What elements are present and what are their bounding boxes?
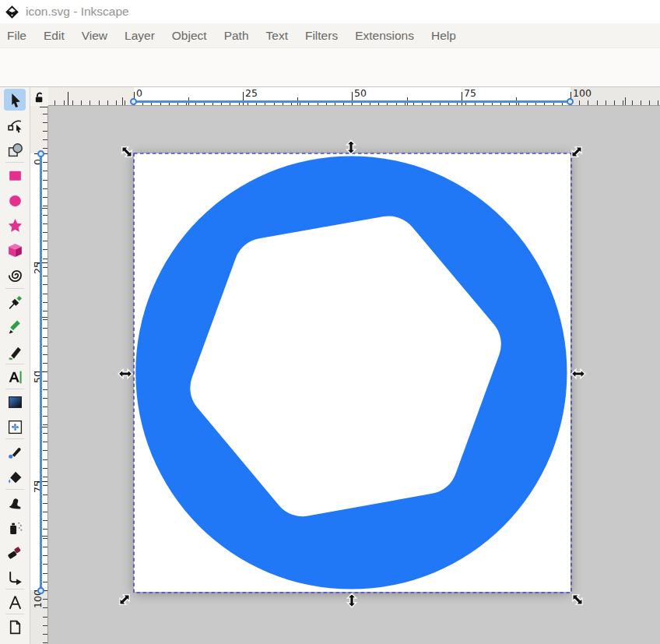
toolbox-separator	[5, 288, 24, 289]
scale-handle-bottom-left[interactable]	[114, 589, 135, 611]
text-tool-icon	[7, 369, 23, 385]
horizontal-ruler[interactable]: 0 25 50 75 100	[48, 87, 660, 106]
menu-edit[interactable]: Edit	[37, 26, 71, 46]
page-extent-indicator	[40, 153, 42, 590]
scale-handle-top-center[interactable]	[343, 139, 359, 155]
tool-tweak-button[interactable]	[4, 491, 26, 513]
tool-mesh-gradient-button[interactable]	[4, 416, 26, 438]
extent-start-handle	[130, 98, 137, 105]
menu-filters[interactable]: Filters	[299, 26, 344, 46]
tool-paint-bucket-button[interactable]	[4, 466, 26, 488]
toolbox-separator	[5, 489, 24, 490]
tool-pages-button[interactable]	[4, 616, 26, 638]
menu-extensions[interactable]: Extensions	[349, 26, 420, 46]
canvas[interactable]	[48, 106, 660, 644]
tweak-tool-icon	[7, 494, 23, 511]
pencil-tool-icon	[7, 319, 23, 336]
scale-handle-bottom-center[interactable]	[344, 593, 360, 608]
ellipse-tool-icon	[7, 192, 23, 209]
tool-eraser-button[interactable]	[4, 541, 26, 563]
tool-star-button[interactable]	[4, 214, 26, 236]
toolbox-separator	[5, 364, 24, 364]
scale-handle-left[interactable]	[118, 366, 133, 382]
toolbox-separator	[5, 589, 24, 589]
menu-path[interactable]: Path	[218, 26, 255, 46]
ruler-label: 75	[464, 87, 476, 99]
extent-end-handle	[567, 98, 574, 105]
menu-layer[interactable]: Layer	[118, 26, 161, 46]
scale-handle-bottom-right[interactable]	[567, 589, 588, 611]
tool-ellipse-button[interactable]	[4, 189, 26, 211]
hex-ring-shape[interactable]	[134, 153, 570, 592]
ruler-label: 25	[245, 87, 258, 99]
menu-object[interactable]: Object	[166, 26, 213, 46]
measure-tool-icon	[7, 594, 23, 611]
box-3d-tool-icon	[7, 242, 23, 259]
scale-handle-right[interactable]	[570, 366, 586, 382]
unlock-icon	[33, 90, 46, 104]
tool-spray-button[interactable]	[4, 516, 26, 538]
toolbox-separator	[5, 614, 24, 614]
tool-text-button[interactable]	[4, 366, 26, 388]
tool-rectangle-button[interactable]	[4, 164, 26, 186]
tool-node-editor-button[interactable]	[4, 114, 26, 135]
vertical-ruler[interactable]: 0 25 50 75 100	[30, 106, 48, 644]
paint-bucket-tool-icon	[7, 470, 23, 486]
spiral-tool-icon	[7, 267, 23, 283]
dropper-tool-icon	[7, 445, 23, 461]
tool-spiral-button[interactable]	[4, 264, 26, 286]
document-page[interactable]	[134, 153, 570, 592]
calligraphy-tool-icon	[7, 344, 23, 361]
lock-guides-toggle[interactable]	[30, 87, 48, 106]
spray-tool-icon	[7, 519, 23, 536]
tool-controls-toolbar: X: − + Y: − + W	[0, 48, 660, 87]
title-bar: icon.svg - Inkscape	[0, 0, 660, 23]
tool-pencil-button[interactable]	[4, 316, 26, 338]
star-tool-icon	[7, 217, 23, 234]
tool-shape-builder-button[interactable]	[4, 139, 26, 160]
window-title: icon.svg - Inkscape	[26, 5, 129, 19]
pen-tool-icon	[7, 294, 23, 311]
ruler-label: 0	[136, 87, 142, 99]
toolbox-separator	[5, 162, 24, 163]
inkscape-logo-icon	[5, 5, 19, 19]
tool-measure-button[interactable]	[4, 591, 26, 613]
node-editor-icon	[7, 117, 23, 133]
inkscape-window: icon.svg - Inkscape File Edit View Layer…	[0, 0, 660, 644]
menu-text[interactable]: Text	[260, 26, 294, 46]
pages-tool-icon	[7, 619, 23, 635]
tool-connector-button[interactable]	[4, 566, 26, 588]
rectangle-tool-icon	[7, 167, 23, 184]
tool-dropper-button[interactable]	[4, 442, 26, 463]
tool-gradient-button[interactable]	[4, 391, 26, 413]
shape-builder-icon	[7, 142, 23, 158]
ruler-label: 50	[354, 87, 367, 99]
menu-help[interactable]: Help	[425, 26, 462, 46]
page-extent-indicator	[134, 100, 570, 103]
ruler-label: 100	[573, 87, 592, 99]
selector-icon	[7, 92, 23, 108]
toolbox-separator	[5, 389, 24, 389]
tool-calligraphy-button[interactable]	[4, 341, 26, 363]
gradient-tool-icon	[7, 394, 23, 410]
tool-3d-box-button[interactable]	[4, 239, 26, 261]
menu-file[interactable]: File	[1, 26, 33, 46]
extent-end-handle	[37, 587, 44, 594]
connector-tool-icon	[7, 569, 23, 586]
tool-selector-button[interactable]	[4, 89, 26, 111]
eraser-tool-icon	[7, 544, 23, 561]
toolbox-separator	[5, 438, 24, 439]
menu-view[interactable]: View	[75, 26, 114, 46]
mesh-gradient-tool-icon	[7, 419, 23, 435]
toolbox	[0, 87, 30, 644]
menu-bar: File Edit View Layer Object Path Text Fi…	[0, 23, 660, 48]
extent-start-handle	[37, 150, 44, 157]
tool-pen-button[interactable]	[4, 291, 26, 313]
